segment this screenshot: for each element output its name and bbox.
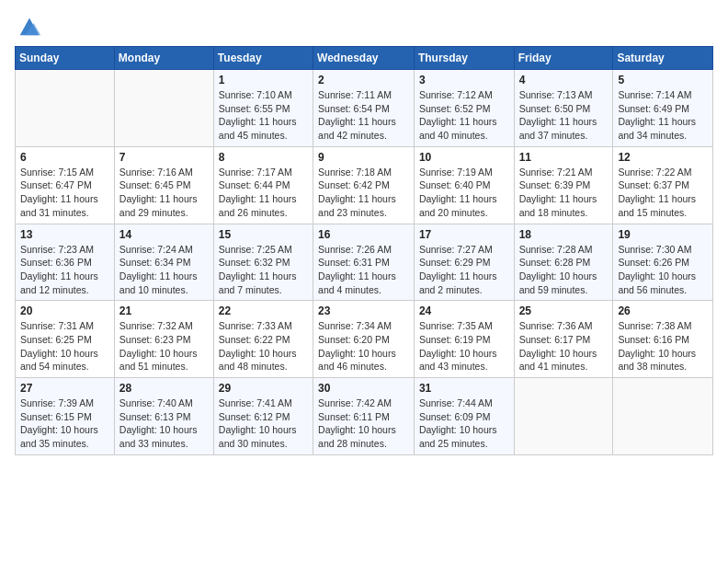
week-row-3: 13Sunrise: 7:23 AMSunset: 6:36 PMDayligh…	[16, 224, 713, 301]
day-info: Sunrise: 7:32 AMSunset: 6:23 PMDaylight:…	[119, 319, 209, 373]
calendar-cell: 4Sunrise: 7:13 AMSunset: 6:50 PMDaylight…	[514, 70, 613, 147]
calendar-cell: 28Sunrise: 7:40 AMSunset: 6:13 PMDayligh…	[114, 378, 213, 455]
calendar-cell: 9Sunrise: 7:18 AMSunset: 6:42 PMDaylight…	[313, 146, 415, 224]
day-info: Sunrise: 7:28 AMSunset: 6:28 PMDaylight:…	[519, 243, 609, 297]
day-number: 8	[219, 151, 308, 164]
calendar-cell: 8Sunrise: 7:17 AMSunset: 6:44 PMDaylight…	[213, 146, 313, 224]
day-number: 13	[20, 228, 109, 241]
day-info: Sunrise: 7:18 AMSunset: 6:42 PMDaylight:…	[318, 166, 409, 220]
day-info: Sunrise: 7:21 AMSunset: 6:39 PMDaylight:…	[519, 166, 609, 220]
day-info: Sunrise: 7:27 AMSunset: 6:29 PMDaylight:…	[419, 243, 509, 297]
calendar-cell: 20Sunrise: 7:31 AMSunset: 6:25 PMDayligh…	[16, 301, 115, 378]
col-header-friday: Friday	[514, 47, 613, 70]
day-info: Sunrise: 7:40 AMSunset: 6:13 PMDaylight:…	[119, 396, 209, 451]
calendar-cell: 10Sunrise: 7:19 AMSunset: 6:40 PMDayligh…	[414, 146, 514, 224]
calendar-cell: 1Sunrise: 7:10 AMSunset: 6:55 PMDaylight…	[213, 70, 313, 147]
logo	[15, 13, 42, 39]
day-number: 15	[219, 228, 308, 241]
calendar-cell	[613, 378, 713, 455]
day-info: Sunrise: 7:39 AMSunset: 6:15 PMDaylight:…	[20, 396, 109, 451]
calendar-cell: 5Sunrise: 7:14 AMSunset: 6:49 PMDaylight…	[613, 70, 713, 147]
col-header-wednesday: Wednesday	[313, 47, 415, 70]
calendar-cell: 24Sunrise: 7:35 AMSunset: 6:19 PMDayligh…	[414, 301, 514, 378]
week-row-5: 27Sunrise: 7:39 AMSunset: 6:15 PMDayligh…	[16, 378, 713, 455]
day-number: 16	[318, 228, 409, 241]
day-number: 30	[318, 382, 409, 395]
day-info: Sunrise: 7:22 AMSunset: 6:37 PMDaylight:…	[618, 166, 708, 220]
day-number: 24	[419, 304, 509, 317]
day-number: 10	[419, 151, 509, 164]
calendar-cell	[514, 378, 613, 455]
calendar-cell	[114, 70, 213, 147]
calendar-cell: 2Sunrise: 7:11 AMSunset: 6:54 PMDaylight…	[313, 70, 415, 147]
calendar-cell: 21Sunrise: 7:32 AMSunset: 6:23 PMDayligh…	[114, 301, 213, 378]
day-header-row: SundayMondayTuesdayWednesdayThursdayFrid…	[16, 47, 713, 70]
calendar-cell: 11Sunrise: 7:21 AMSunset: 6:39 PMDayligh…	[514, 146, 613, 224]
calendar-body: 1Sunrise: 7:10 AMSunset: 6:55 PMDaylight…	[16, 70, 713, 455]
day-info: Sunrise: 7:26 AMSunset: 6:31 PMDaylight:…	[318, 243, 409, 297]
day-number: 25	[519, 304, 609, 317]
col-header-saturday: Saturday	[613, 47, 713, 70]
day-number: 23	[318, 304, 409, 317]
calendar-cell: 7Sunrise: 7:16 AMSunset: 6:45 PMDaylight…	[114, 146, 213, 224]
day-number: 4	[519, 74, 609, 86]
day-number: 28	[119, 382, 209, 395]
day-number: 29	[219, 382, 308, 395]
day-info: Sunrise: 7:38 AMSunset: 6:16 PMDaylight:…	[618, 319, 708, 373]
day-info: Sunrise: 7:23 AMSunset: 6:36 PMDaylight:…	[20, 243, 109, 297]
day-number: 5	[618, 74, 708, 86]
calendar-cell: 26Sunrise: 7:38 AMSunset: 6:16 PMDayligh…	[613, 301, 713, 378]
day-info: Sunrise: 7:35 AMSunset: 6:19 PMDaylight:…	[419, 319, 509, 373]
calendar-cell: 18Sunrise: 7:28 AMSunset: 6:28 PMDayligh…	[514, 224, 613, 301]
day-number: 18	[519, 228, 609, 241]
day-info: Sunrise: 7:10 AMSunset: 6:55 PMDaylight:…	[219, 88, 308, 143]
day-info: Sunrise: 7:12 AMSunset: 6:52 PMDaylight:…	[419, 88, 509, 143]
day-number: 14	[119, 228, 209, 241]
day-info: Sunrise: 7:42 AMSunset: 6:11 PMDaylight:…	[318, 396, 409, 451]
day-number: 21	[119, 304, 209, 317]
day-info: Sunrise: 7:14 AMSunset: 6:49 PMDaylight:…	[618, 88, 708, 143]
day-info: Sunrise: 7:15 AMSunset: 6:47 PMDaylight:…	[20, 166, 109, 220]
col-header-sunday: Sunday	[16, 47, 115, 70]
calendar-cell: 3Sunrise: 7:12 AMSunset: 6:52 PMDaylight…	[414, 70, 514, 147]
col-header-thursday: Thursday	[414, 47, 514, 70]
calendar-cell: 15Sunrise: 7:25 AMSunset: 6:32 PMDayligh…	[213, 224, 313, 301]
calendar-cell: 22Sunrise: 7:33 AMSunset: 6:22 PMDayligh…	[213, 301, 313, 378]
day-number: 22	[219, 304, 308, 317]
page: SundayMondayTuesdayWednesdayThursdayFrid…	[0, 0, 728, 563]
day-number: 19	[618, 228, 708, 241]
calendar-cell: 23Sunrise: 7:34 AMSunset: 6:20 PMDayligh…	[313, 301, 415, 378]
day-info: Sunrise: 7:16 AMSunset: 6:45 PMDaylight:…	[119, 166, 209, 220]
calendar-cell: 6Sunrise: 7:15 AMSunset: 6:47 PMDaylight…	[16, 146, 115, 224]
col-header-monday: Monday	[114, 47, 213, 70]
day-number: 2	[318, 74, 409, 86]
day-number: 26	[618, 304, 708, 317]
day-number: 20	[20, 304, 109, 317]
day-info: Sunrise: 7:11 AMSunset: 6:54 PMDaylight:…	[318, 88, 409, 143]
day-info: Sunrise: 7:25 AMSunset: 6:32 PMDaylight:…	[219, 243, 308, 297]
calendar-cell: 25Sunrise: 7:36 AMSunset: 6:17 PMDayligh…	[514, 301, 613, 378]
calendar-cell: 19Sunrise: 7:30 AMSunset: 6:26 PMDayligh…	[613, 224, 713, 301]
col-header-tuesday: Tuesday	[213, 47, 313, 70]
day-info: Sunrise: 7:30 AMSunset: 6:26 PMDaylight:…	[618, 243, 708, 297]
day-number: 17	[419, 228, 509, 241]
calendar-cell: 17Sunrise: 7:27 AMSunset: 6:29 PMDayligh…	[414, 224, 514, 301]
day-info: Sunrise: 7:34 AMSunset: 6:20 PMDaylight:…	[318, 319, 409, 373]
day-number: 12	[618, 151, 708, 164]
day-info: Sunrise: 7:31 AMSunset: 6:25 PMDaylight:…	[20, 319, 109, 373]
day-number: 1	[219, 74, 308, 86]
calendar-cell	[16, 70, 115, 147]
calendar-cell: 13Sunrise: 7:23 AMSunset: 6:36 PMDayligh…	[16, 224, 115, 301]
day-info: Sunrise: 7:17 AMSunset: 6:44 PMDaylight:…	[219, 166, 308, 220]
day-number: 6	[20, 151, 109, 164]
day-number: 31	[419, 382, 509, 395]
calendar-cell: 27Sunrise: 7:39 AMSunset: 6:15 PMDayligh…	[16, 378, 115, 455]
week-row-2: 6Sunrise: 7:15 AMSunset: 6:47 PMDaylight…	[16, 146, 713, 224]
calendar-cell: 16Sunrise: 7:26 AMSunset: 6:31 PMDayligh…	[313, 224, 415, 301]
calendar-header: SundayMondayTuesdayWednesdayThursdayFrid…	[16, 47, 713, 70]
day-number: 11	[519, 151, 609, 164]
logo-icon	[17, 13, 42, 39]
day-info: Sunrise: 7:44 AMSunset: 6:09 PMDaylight:…	[419, 396, 509, 451]
day-info: Sunrise: 7:36 AMSunset: 6:17 PMDaylight:…	[519, 319, 609, 373]
day-info: Sunrise: 7:24 AMSunset: 6:34 PMDaylight:…	[119, 243, 209, 297]
